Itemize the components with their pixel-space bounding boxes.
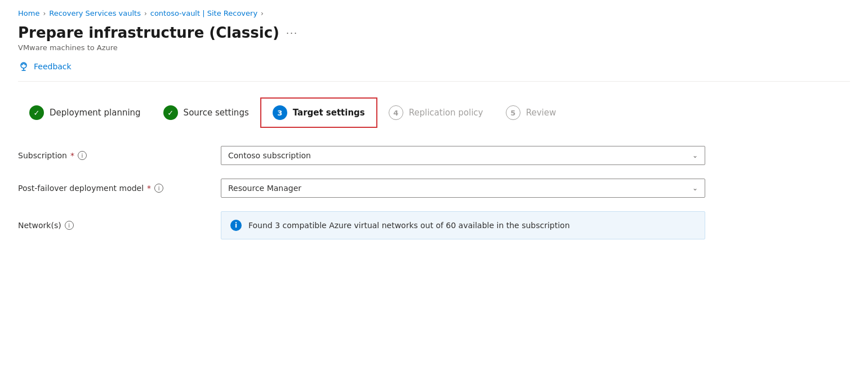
step-2-check: ✓ bbox=[167, 109, 173, 117]
step-target-settings[interactable]: 3 Target settings bbox=[260, 97, 377, 128]
form-section: Subscription * i Contoso subscription ⌄ … bbox=[18, 146, 750, 239]
step-source-settings[interactable]: ✓ Source settings bbox=[152, 99, 260, 127]
breadcrumb-sep-1: › bbox=[43, 10, 46, 17]
subscription-label-group: Subscription * i bbox=[18, 151, 221, 160]
breadcrumb-home[interactable]: Home bbox=[18, 9, 39, 17]
breadcrumb-sep-2: › bbox=[144, 10, 147, 17]
step-5-circle: 5 bbox=[506, 105, 520, 120]
step-deployment-planning[interactable]: ✓ Deployment planning bbox=[18, 99, 152, 127]
subscription-row: Subscription * i Contoso subscription ⌄ bbox=[18, 146, 750, 165]
post-failover-row: Post-failover deployment model * i Resou… bbox=[18, 179, 750, 198]
breadcrumb-sep-3: › bbox=[261, 10, 264, 17]
post-failover-info-icon[interactable]: i bbox=[154, 184, 163, 193]
networks-row: Network(s) i i Found 3 compatible Azure … bbox=[18, 211, 750, 239]
step-3-number: 3 bbox=[277, 109, 282, 117]
step-4-number: 4 bbox=[393, 109, 398, 117]
step-1-label: Deployment planning bbox=[50, 108, 141, 118]
step-replication-policy[interactable]: 4 Replication policy bbox=[377, 99, 495, 127]
wizard-steps: ✓ Deployment planning ✓ Source settings … bbox=[18, 97, 850, 128]
subscription-chevron-icon: ⌄ bbox=[692, 152, 698, 159]
networks-label: Network(s) bbox=[18, 221, 61, 230]
post-failover-required: * bbox=[147, 184, 151, 193]
page-title: Prepare infrastructure (Classic) bbox=[18, 24, 279, 41]
step-5-number: 5 bbox=[510, 109, 515, 117]
step-3-circle: 3 bbox=[273, 105, 287, 120]
feedback-label: Feedback bbox=[34, 62, 72, 71]
subscription-control: Contoso subscription ⌄ bbox=[221, 146, 705, 165]
page-title-row: Prepare infrastructure (Classic) ··· bbox=[18, 24, 850, 41]
post-failover-value: Resource Manager bbox=[228, 184, 301, 193]
post-failover-dropdown[interactable]: Resource Manager ⌄ bbox=[221, 179, 705, 198]
breadcrumb-recovery-vaults[interactable]: Recovery Services vaults bbox=[49, 9, 141, 17]
subscription-value: Contoso subscription bbox=[228, 151, 311, 160]
networks-info-box-icon: i bbox=[230, 220, 242, 231]
networks-info-icon[interactable]: i bbox=[65, 221, 74, 230]
step-4-label: Replication policy bbox=[409, 108, 483, 118]
networks-label-group: Network(s) i bbox=[18, 221, 221, 230]
subscription-label: Subscription bbox=[18, 151, 67, 160]
subscription-info-icon[interactable]: i bbox=[78, 151, 87, 160]
networks-info-box: i Found 3 compatible Azure virtual netwo… bbox=[221, 211, 705, 239]
step-3-label: Target settings bbox=[293, 108, 365, 118]
step-2-circle: ✓ bbox=[163, 105, 178, 120]
step-1-circle: ✓ bbox=[29, 105, 44, 120]
post-failover-control: Resource Manager ⌄ bbox=[221, 179, 705, 198]
page-container: Home › Recovery Services vaults › contos… bbox=[0, 0, 868, 387]
step-4-circle: 4 bbox=[389, 105, 403, 120]
step-5-label: Review bbox=[526, 108, 557, 118]
page-subtitle: VMware machines to Azure bbox=[18, 43, 850, 52]
subscription-required: * bbox=[70, 151, 74, 160]
post-failover-chevron-icon: ⌄ bbox=[692, 184, 698, 192]
breadcrumb-contoso-vault[interactable]: contoso-vault | Site Recovery bbox=[150, 9, 257, 17]
subscription-dropdown[interactable]: Contoso subscription ⌄ bbox=[221, 146, 705, 165]
step-review[interactable]: 5 Review bbox=[495, 99, 568, 127]
post-failover-label-group: Post-failover deployment model * i bbox=[18, 184, 221, 193]
feedback-row[interactable]: Feedback bbox=[18, 61, 850, 82]
step-2-label: Source settings bbox=[184, 108, 249, 118]
step-1-check: ✓ bbox=[34, 109, 40, 117]
ellipsis-button[interactable]: ··· bbox=[286, 27, 298, 39]
feedback-icon bbox=[18, 61, 29, 72]
breadcrumb: Home › Recovery Services vaults › contos… bbox=[18, 9, 850, 17]
networks-control: i Found 3 compatible Azure virtual netwo… bbox=[221, 211, 705, 239]
post-failover-label: Post-failover deployment model bbox=[18, 184, 144, 193]
networks-info-message: Found 3 compatible Azure virtual network… bbox=[248, 221, 570, 230]
